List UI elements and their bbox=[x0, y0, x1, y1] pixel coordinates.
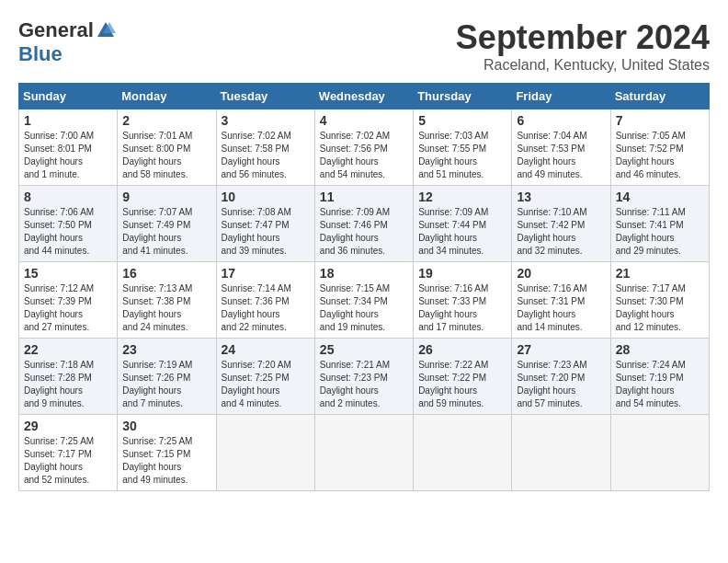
day-number: 12 bbox=[418, 190, 506, 204]
day-info: Sunrise: 7:09 AMSunset: 7:46 PMDaylight … bbox=[320, 206, 408, 258]
calendar-day-cell: 25Sunrise: 7:21 AMSunset: 7:23 PMDayligh… bbox=[314, 339, 413, 415]
day-number: 3 bbox=[222, 113, 310, 128]
day-info: Sunrise: 7:25 AMSunset: 7:17 PMDaylight … bbox=[24, 435, 112, 487]
calendar-day-cell: 11Sunrise: 7:09 AMSunset: 7:46 PMDayligh… bbox=[314, 186, 413, 262]
calendar-day-cell: 21Sunrise: 7:17 AMSunset: 7:30 PMDayligh… bbox=[610, 262, 709, 339]
day-info: Sunrise: 7:25 AMSunset: 7:15 PMDaylight … bbox=[122, 435, 210, 487]
day-info: Sunrise: 7:08 AMSunset: 7:47 PMDaylight … bbox=[222, 206, 310, 258]
day-info: Sunrise: 7:12 AMSunset: 7:39 PMDaylight … bbox=[24, 282, 112, 334]
weekday-header: Saturday bbox=[610, 84, 709, 109]
day-number: 16 bbox=[122, 266, 210, 281]
calendar-day-cell: 27Sunrise: 7:23 AMSunset: 7:20 PMDayligh… bbox=[512, 339, 610, 415]
calendar-day-cell: 13Sunrise: 7:10 AMSunset: 7:42 PMDayligh… bbox=[512, 186, 610, 262]
day-number: 15 bbox=[24, 266, 112, 281]
day-number: 9 bbox=[122, 190, 210, 204]
day-number: 10 bbox=[222, 190, 310, 204]
weekday-header: Thursday bbox=[414, 84, 512, 109]
day-info: Sunrise: 7:07 AMSunset: 7:49 PMDaylight … bbox=[122, 206, 210, 258]
day-info: Sunrise: 7:09 AMSunset: 7:44 PMDaylight … bbox=[418, 206, 506, 258]
day-number: 11 bbox=[320, 190, 408, 204]
calendar-day-cell bbox=[610, 415, 709, 491]
day-number: 19 bbox=[418, 266, 506, 281]
day-info: Sunrise: 7:15 AMSunset: 7:34 PMDaylight … bbox=[320, 282, 408, 334]
day-info: Sunrise: 7:20 AMSunset: 7:25 PMDaylight … bbox=[222, 359, 310, 410]
day-info: Sunrise: 7:04 AMSunset: 7:53 PMDaylight … bbox=[517, 130, 605, 181]
calendar-day-cell: 16Sunrise: 7:13 AMSunset: 7:38 PMDayligh… bbox=[118, 262, 216, 339]
day-info: Sunrise: 7:19 AMSunset: 7:26 PMDaylight … bbox=[122, 359, 210, 410]
day-info: Sunrise: 7:11 AMSunset: 7:41 PMDaylight … bbox=[616, 206, 704, 258]
calendar-day-cell bbox=[512, 415, 610, 491]
day-info: Sunrise: 7:24 AMSunset: 7:19 PMDaylight … bbox=[616, 359, 704, 410]
page-header: General Blue September 2024 Raceland, Ke… bbox=[18, 18, 710, 74]
calendar-day-cell: 2Sunrise: 7:01 AMSunset: 8:00 PMDaylight… bbox=[118, 109, 216, 186]
day-info: Sunrise: 7:02 AMSunset: 7:58 PMDaylight … bbox=[222, 130, 310, 181]
day-number: 4 bbox=[320, 113, 408, 128]
month-title: September 2024 bbox=[456, 18, 710, 57]
day-number: 5 bbox=[418, 113, 506, 128]
day-info: Sunrise: 7:03 AMSunset: 7:55 PMDaylight … bbox=[418, 130, 506, 181]
day-info: Sunrise: 7:00 AMSunset: 8:01 PMDaylight … bbox=[24, 130, 112, 181]
calendar-day-cell: 1Sunrise: 7:00 AMSunset: 8:01 PMDaylight… bbox=[19, 109, 118, 186]
calendar-day-cell: 22Sunrise: 7:18 AMSunset: 7:28 PMDayligh… bbox=[19, 339, 118, 415]
day-info: Sunrise: 7:16 AMSunset: 7:31 PMDaylight … bbox=[517, 282, 605, 334]
day-info: Sunrise: 7:23 AMSunset: 7:20 PMDaylight … bbox=[517, 359, 605, 410]
calendar-day-cell: 4Sunrise: 7:02 AMSunset: 7:56 PMDaylight… bbox=[314, 109, 413, 186]
calendar-day-cell: 17Sunrise: 7:14 AMSunset: 7:36 PMDayligh… bbox=[216, 262, 314, 339]
calendar-week-row: 15Sunrise: 7:12 AMSunset: 7:39 PMDayligh… bbox=[19, 262, 710, 339]
calendar-day-cell: 3Sunrise: 7:02 AMSunset: 7:58 PMDaylight… bbox=[216, 109, 314, 186]
calendar-day-cell: 12Sunrise: 7:09 AMSunset: 7:44 PMDayligh… bbox=[414, 186, 512, 262]
day-info: Sunrise: 7:21 AMSunset: 7:23 PMDaylight … bbox=[320, 359, 408, 410]
day-number: 2 bbox=[122, 113, 210, 128]
calendar-day-cell: 30Sunrise: 7:25 AMSunset: 7:15 PMDayligh… bbox=[118, 415, 216, 491]
calendar-week-row: 29Sunrise: 7:25 AMSunset: 7:17 PMDayligh… bbox=[19, 415, 710, 491]
day-number: 21 bbox=[616, 266, 704, 281]
calendar-week-row: 1Sunrise: 7:00 AMSunset: 8:01 PMDaylight… bbox=[19, 109, 710, 186]
day-number: 17 bbox=[222, 266, 310, 281]
logo: General Blue bbox=[18, 18, 116, 66]
day-info: Sunrise: 7:14 AMSunset: 7:36 PMDaylight … bbox=[222, 282, 310, 334]
day-number: 25 bbox=[320, 342, 408, 357]
day-number: 6 bbox=[517, 113, 605, 128]
calendar-day-cell: 14Sunrise: 7:11 AMSunset: 7:41 PMDayligh… bbox=[610, 186, 709, 262]
title-section: September 2024 Raceland, Kentucky, Unite… bbox=[456, 18, 710, 74]
calendar-day-cell: 7Sunrise: 7:05 AMSunset: 7:52 PMDaylight… bbox=[610, 109, 709, 186]
weekday-header: Monday bbox=[118, 84, 216, 109]
calendar-day-cell: 28Sunrise: 7:24 AMSunset: 7:19 PMDayligh… bbox=[610, 339, 709, 415]
calendar-day-cell: 18Sunrise: 7:15 AMSunset: 7:34 PMDayligh… bbox=[314, 262, 413, 339]
day-number: 30 bbox=[122, 419, 210, 433]
calendar-week-row: 8Sunrise: 7:06 AMSunset: 7:50 PMDaylight… bbox=[19, 186, 710, 262]
day-info: Sunrise: 7:01 AMSunset: 8:00 PMDaylight … bbox=[122, 130, 210, 181]
day-info: Sunrise: 7:13 AMSunset: 7:38 PMDaylight … bbox=[122, 282, 210, 334]
day-number: 24 bbox=[222, 342, 310, 357]
calendar-table: SundayMondayTuesdayWednesdayThursdayFrid… bbox=[18, 83, 710, 491]
day-number: 14 bbox=[616, 190, 704, 204]
day-number: 8 bbox=[24, 190, 112, 204]
day-number: 13 bbox=[517, 190, 605, 204]
weekday-header: Friday bbox=[512, 84, 610, 109]
calendar-day-cell: 8Sunrise: 7:06 AMSunset: 7:50 PMDaylight… bbox=[19, 186, 118, 262]
day-info: Sunrise: 7:06 AMSunset: 7:50 PMDaylight … bbox=[24, 206, 112, 258]
day-info: Sunrise: 7:18 AMSunset: 7:28 PMDaylight … bbox=[24, 359, 112, 410]
day-number: 1 bbox=[24, 113, 112, 128]
weekday-header-row: SundayMondayTuesdayWednesdayThursdayFrid… bbox=[19, 84, 710, 109]
weekday-header: Tuesday bbox=[216, 84, 314, 109]
logo-blue: Blue bbox=[18, 42, 63, 66]
day-number: 27 bbox=[517, 342, 605, 357]
day-number: 29 bbox=[24, 419, 112, 433]
day-number: 28 bbox=[616, 342, 704, 357]
calendar-day-cell bbox=[216, 415, 314, 491]
day-number: 26 bbox=[418, 342, 506, 357]
day-number: 7 bbox=[616, 113, 704, 128]
day-info: Sunrise: 7:10 AMSunset: 7:42 PMDaylight … bbox=[517, 206, 605, 258]
day-number: 20 bbox=[517, 266, 605, 281]
weekday-header: Sunday bbox=[19, 84, 118, 109]
calendar-day-cell: 6Sunrise: 7:04 AMSunset: 7:53 PMDaylight… bbox=[512, 109, 610, 186]
calendar-day-cell: 26Sunrise: 7:22 AMSunset: 7:22 PMDayligh… bbox=[414, 339, 512, 415]
day-number: 22 bbox=[24, 342, 112, 357]
day-info: Sunrise: 7:02 AMSunset: 7:56 PMDaylight … bbox=[320, 130, 408, 181]
calendar-day-cell: 15Sunrise: 7:12 AMSunset: 7:39 PMDayligh… bbox=[19, 262, 118, 339]
day-info: Sunrise: 7:22 AMSunset: 7:22 PMDaylight … bbox=[418, 359, 506, 410]
weekday-header: Wednesday bbox=[314, 84, 413, 109]
calendar-day-cell: 23Sunrise: 7:19 AMSunset: 7:26 PMDayligh… bbox=[118, 339, 216, 415]
location-title: Raceland, Kentucky, United States bbox=[456, 57, 710, 74]
